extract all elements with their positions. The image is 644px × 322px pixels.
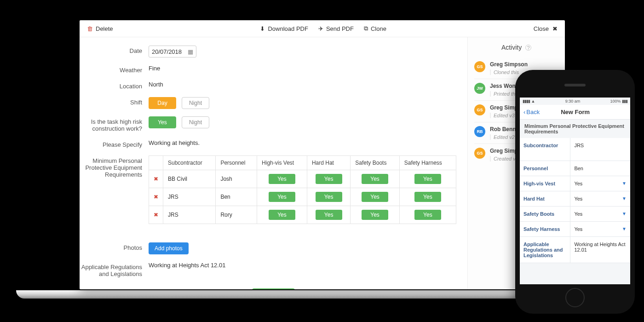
phone-row-value[interactable]: Yes▼ — [570, 207, 630, 221]
avatar: RB — [474, 126, 485, 137]
activity-user-name: Jess Wong — [490, 83, 519, 89]
phone-row-value[interactable]: Yes▼ — [570, 176, 630, 191]
ppe-cell: Yes — [399, 170, 456, 188]
phone-row-value[interactable]: Yes▼ — [570, 191, 630, 206]
avatar: GS — [474, 104, 485, 115]
ppe-cell: Yes — [257, 188, 307, 206]
download-pdf-button[interactable]: ⬇ Download PDF — [260, 25, 308, 32]
ppe-cell: Yes — [257, 206, 307, 224]
row-delete-button[interactable]: ✖ — [149, 170, 163, 188]
battery-icon — [622, 99, 627, 104]
phone-row-value-text: Yes — [574, 196, 582, 201]
phone-form-row[interactable]: Safety HarnessYes▼ — [520, 222, 630, 237]
phone-form-row[interactable]: High-vis VestYes▼ — [520, 176, 630, 191]
ppe-header: Subcontractor — [163, 156, 216, 170]
ppe-cell: Yes — [399, 188, 456, 206]
close-button[interactable]: Close ✖ — [534, 25, 558, 32]
ppe-cell: Ben — [216, 188, 257, 206]
row-delete-button[interactable]: ✖ — [149, 188, 163, 206]
phone-form-row[interactable]: Hard HatYes▼ — [520, 191, 630, 207]
phone-home-button[interactable] — [565, 288, 585, 307]
phone-row-value[interactable]: Yes▼ — [570, 222, 630, 236]
help-icon[interactable]: ? — [525, 45, 531, 51]
clone-button[interactable]: ⧉ Clone — [364, 25, 386, 32]
ppe-yes-button[interactable]: Yes — [414, 174, 441, 184]
phone-row-value-text: JRS — [574, 143, 584, 148]
chevron-down-icon: ▼ — [622, 196, 627, 201]
send-pdf-button[interactable]: ✈ Send PDF — [318, 25, 354, 32]
regulations-label: Applicable Regulations and Legislations — [80, 262, 149, 277]
high-risk-label: Is the task high risk construction work? — [80, 116, 149, 132]
location-label: Location — [80, 81, 149, 90]
phone-row-label: Hard Hat — [520, 191, 570, 206]
phone-form-row: SubcontractorJRS — [520, 138, 630, 161]
toolbar: 🗑 Delete ⬇ Download PDF ✈ Send PDF ⧉ Clo… — [80, 20, 565, 37]
ppe-cell: Yes — [351, 206, 399, 224]
ppe-cell: BB Civil — [163, 170, 216, 188]
download-pdf-label: Download PDF — [268, 25, 308, 32]
ppe-cell: Yes — [307, 206, 350, 224]
high-risk-yes-button[interactable]: Yes — [149, 116, 176, 128]
ppe-yes-button[interactable]: Yes — [316, 174, 342, 184]
phone-row-value: Working at Heights Act 12.01 — [570, 237, 630, 263]
save-form-button[interactable]: Save form — [252, 288, 295, 289]
trash-icon: 🗑 — [87, 25, 93, 32]
phone-form-row[interactable]: Safety BootsYes▼ — [520, 207, 630, 222]
date-label: Date — [80, 46, 149, 58]
phone-section-header: Mimimum Personal Protective Equipment Re… — [520, 120, 630, 138]
avatar: GS — [474, 148, 485, 159]
phone-row-label: Personnel — [520, 161, 570, 176]
ppe-yes-button[interactable]: Yes — [362, 210, 388, 220]
ppe-yes-button[interactable]: Yes — [316, 192, 342, 202]
date-input[interactable]: 20/07/2018 ▦ — [149, 46, 196, 58]
activity-title: Activity ? — [474, 44, 558, 51]
phone-row-label: Subcontractor — [520, 138, 570, 161]
phone-page-title: New Form — [524, 109, 627, 115]
chevron-down-icon: ▼ — [622, 226, 627, 231]
ppe-header: High-vis Vest — [257, 156, 307, 170]
shift-night-button[interactable]: Night — [182, 97, 209, 109]
ppe-yes-button[interactable]: Yes — [269, 210, 295, 220]
location-value: North — [149, 81, 467, 90]
activity-user-name: Greg Simpson — [490, 61, 528, 68]
phone-row-value: JRS — [570, 138, 630, 161]
ppe-header: Safety Harness — [399, 156, 456, 170]
ppe-cell: JRS — [163, 206, 216, 224]
chevron-down-icon: ▼ — [622, 181, 627, 186]
send-icon: ✈ — [318, 25, 323, 32]
shift-label: Shift — [80, 97, 149, 109]
photos-label: Photos — [80, 242, 149, 254]
ppe-yes-button[interactable]: Yes — [362, 192, 388, 202]
calendar-icon: ▦ — [188, 48, 193, 55]
ppe-header-delete — [149, 156, 163, 170]
phone-battery-pct: 100% — [610, 99, 621, 104]
clone-label: Clone — [371, 25, 386, 32]
download-icon: ⬇ — [260, 25, 265, 32]
ppe-cell: Yes — [399, 206, 456, 224]
ppe-yes-button[interactable]: Yes — [316, 210, 342, 220]
delete-button[interactable]: 🗑 Delete — [87, 25, 113, 32]
high-risk-no-button[interactable]: Night — [182, 116, 209, 128]
avatar: JW — [474, 83, 485, 94]
ppe-yes-button[interactable]: Yes — [269, 192, 295, 202]
ppe-yes-button[interactable]: Yes — [269, 174, 295, 184]
shift-day-button[interactable]: Day — [149, 97, 176, 109]
ppe-header: Personnel — [216, 156, 257, 170]
ppe-yes-button[interactable]: Yes — [362, 174, 388, 184]
clone-icon: ⧉ — [364, 25, 368, 32]
weather-label: Weather — [80, 65, 149, 74]
weather-value: Fine — [149, 65, 467, 74]
phone-row-value-text: Yes — [574, 226, 582, 232]
phone-row-value-text: Yes — [574, 211, 582, 217]
phone-form-row: Applicable Regulations and LegislationsW… — [520, 237, 630, 263]
row-delete-button[interactable]: ✖ — [149, 206, 163, 224]
ppe-cell: Rory — [216, 206, 257, 224]
ppe-yes-button[interactable]: Yes — [414, 210, 441, 220]
high-risk-toggle: Yes Night — [149, 116, 209, 128]
add-photos-button[interactable]: Add photos — [149, 242, 189, 254]
please-specify-value: Working at heights. — [149, 139, 467, 148]
ppe-yes-button[interactable]: Yes — [414, 192, 441, 202]
ppe-cell: JRS — [163, 188, 216, 206]
phone-row-label: Safety Harness — [520, 222, 570, 236]
date-value: 20/07/2018 — [152, 48, 182, 55]
